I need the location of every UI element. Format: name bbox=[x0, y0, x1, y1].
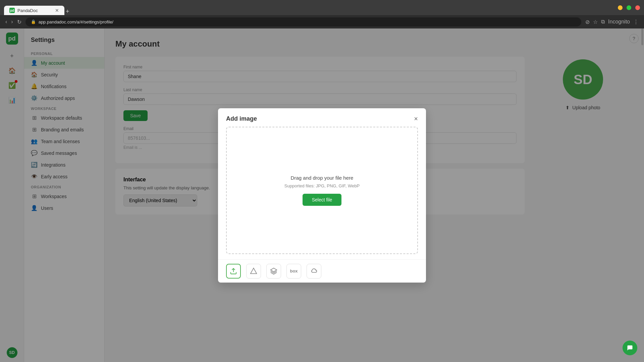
modal-footer: box bbox=[218, 259, 426, 283]
chat-bubble-button[interactable] bbox=[623, 341, 637, 355]
browser-tabs: pd PandaDoc ✕ + bbox=[4, 0, 69, 15]
forward-button[interactable]: › bbox=[11, 19, 13, 25]
box-button[interactable]: box bbox=[286, 264, 301, 279]
window-controls bbox=[618, 5, 640, 10]
modal-close-button[interactable]: × bbox=[414, 115, 418, 123]
modal-title: Add image bbox=[226, 115, 257, 122]
more-options-icon[interactable]: ⋮ bbox=[633, 19, 639, 25]
drop-zone[interactable]: Drag and drop your file here Supported f… bbox=[226, 127, 418, 254]
add-image-modal: Add image × Drag and drop your file here… bbox=[218, 108, 426, 283]
supported-files-text: Supported files: JPG, PNG, GIF, WebP bbox=[284, 183, 360, 188]
lock-icon: 🔒 bbox=[31, 19, 36, 24]
pandadoc-tab-icon: pd bbox=[9, 8, 15, 13]
onedrive-button[interactable] bbox=[307, 264, 321, 279]
browser-tab-pandadoc[interactable]: pd PandaDoc ✕ bbox=[4, 6, 64, 15]
minimize-button[interactable] bbox=[618, 5, 623, 10]
back-button[interactable]: ‹ bbox=[5, 19, 7, 25]
address-bar: ‹ › ↻ 🔒 app.pandadoc.com/a/#/settings/pr… bbox=[0, 15, 644, 28]
browser-toolbar: ⊘ ☆ ⧉ Incognito ⋮ bbox=[585, 19, 639, 25]
svg-marker-1 bbox=[251, 268, 257, 274]
tab-title: PandaDoc bbox=[17, 8, 38, 13]
reader-mode-icon[interactable]: ⊘ bbox=[585, 19, 590, 25]
modal-body: Drag and drop your file here Supported f… bbox=[218, 127, 426, 259]
address-input[interactable]: 🔒 app.pandadoc.com/a/#/settings/profile/ bbox=[25, 17, 581, 26]
drop-zone-text: Drag and drop your file here bbox=[291, 175, 354, 181]
modal-header: Add image × bbox=[218, 108, 426, 127]
refresh-button[interactable]: ↻ bbox=[17, 19, 21, 25]
modal-overlay[interactable]: Add image × Drag and drop your file here… bbox=[0, 28, 644, 362]
box-label: box bbox=[290, 268, 298, 274]
maximize-button[interactable] bbox=[627, 5, 631, 10]
upload-source-button[interactable] bbox=[226, 264, 241, 279]
browser-chrome: pd PandaDoc ✕ + bbox=[0, 0, 644, 15]
incognito-label: Incognito bbox=[608, 19, 630, 25]
dropbox-button[interactable] bbox=[266, 264, 281, 279]
sidebar-toggle-icon[interactable]: ⧉ bbox=[601, 19, 605, 25]
select-file-button[interactable]: Select file bbox=[303, 194, 342, 206]
google-drive-button[interactable] bbox=[246, 264, 261, 279]
address-text: app.pandadoc.com/a/#/settings/profile/ bbox=[39, 19, 113, 24]
close-tab-button[interactable]: ✕ bbox=[55, 8, 59, 13]
new-tab-button[interactable]: + bbox=[66, 8, 69, 15]
close-window-button[interactable] bbox=[635, 5, 640, 10]
bookmark-icon[interactable]: ☆ bbox=[593, 19, 598, 25]
